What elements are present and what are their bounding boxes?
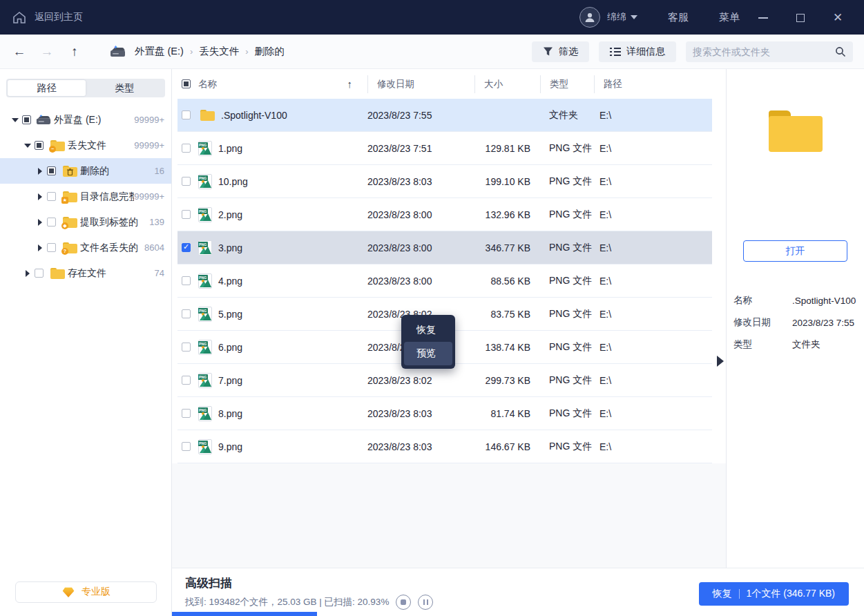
context-menu-preview[interactable]: 预览: [404, 342, 452, 365]
row-checkbox[interactable]: [182, 276, 191, 285]
expander-icon[interactable]: [35, 219, 46, 226]
row-checkbox[interactable]: [182, 409, 191, 418]
breadcrumb-item-drive[interactable]: 外置盘 (E:): [135, 45, 184, 58]
tree-item[interactable]: 存在文件 74: [0, 260, 171, 286]
header-name[interactable]: 名称: [198, 78, 217, 90]
details-button[interactable]: 详细信息: [599, 41, 676, 62]
file-date: 2023/8/23 8:03: [367, 408, 474, 419]
select-all-checkbox[interactable]: [182, 79, 191, 88]
upgrade-pro-button[interactable]: 专业版: [15, 581, 157, 603]
tree-item-label: 外置盘 (E:): [54, 114, 101, 126]
header-date[interactable]: 修改日期: [367, 75, 474, 93]
tree-checkbox[interactable]: [35, 141, 44, 150]
tree-checkbox[interactable]: [22, 115, 31, 124]
file-name: 2.png: [218, 209, 242, 220]
recover-button[interactable]: 恢复 1个文件 (346.77 KB): [699, 582, 849, 606]
bottombar: 专业版 高级扫描 找到: 193482个文件，25.03 GB | 已扫描: 2…: [0, 568, 864, 616]
header-size[interactable]: 大小: [474, 75, 540, 93]
back-arrow-icon[interactable]: ←: [11, 44, 28, 59]
header-path[interactable]: 路径: [594, 75, 712, 93]
stop-scan-button[interactable]: [396, 595, 411, 610]
sidebar: 路径类型 ✦ 外置盘 (E:) 99999+ − 丢失文件 99999+ 删除的…: [0, 69, 172, 568]
back-to-home[interactable]: 返回到主页: [12, 11, 83, 24]
maximize-button[interactable]: [787, 11, 814, 23]
sidebar-tab-path[interactable]: 路径: [8, 80, 86, 96]
search-input[interactable]: [693, 46, 835, 57]
expander-icon[interactable]: [35, 193, 46, 200]
tree-checkbox[interactable]: [47, 166, 56, 175]
file-row[interactable]: PNG 9.png 2023/8/23 8:03 146.67 KB PNG 文…: [177, 430, 712, 463]
file-row[interactable]: PNG 3.png 2023/8/23 8:00 346.77 KB PNG 文…: [177, 231, 712, 264]
tree-checkbox[interactable]: [47, 218, 56, 227]
tree-item[interactable]: ◆ 提取到标签的 139: [0, 209, 171, 235]
file-row[interactable]: PNG 8.png 2023/8/23 8:03 81.74 KB PNG 文件…: [177, 397, 712, 430]
row-checkbox[interactable]: [182, 343, 191, 352]
expander-icon[interactable]: [22, 270, 33, 277]
close-button[interactable]: ✕: [824, 10, 852, 25]
home-icon[interactable]: [12, 11, 26, 24]
file-row[interactable]: PNG 10.png 2023/8/23 8:03 199.10 KB PNG …: [177, 165, 712, 198]
preview-panel: 打开 名称 .Spotlight-V100 修改日期 2023/8/23 7:5…: [726, 69, 864, 568]
user-name[interactable]: 绵绵: [607, 11, 626, 23]
file-row[interactable]: .Spotlight-V100 2023/8/23 7:55 文件夹 E:\: [177, 99, 712, 132]
row-checkbox[interactable]: [182, 177, 191, 186]
menu-link[interactable]: 菜单: [719, 11, 740, 24]
row-checkbox[interactable]: [182, 144, 191, 153]
row-checkbox[interactable]: [182, 376, 191, 385]
file-row[interactable]: PNG 1.png 2023/8/23 7:51 129.81 KB PNG 文…: [177, 132, 712, 165]
expander-icon[interactable]: [10, 118, 21, 122]
file-type: PNG 文件: [540, 275, 594, 287]
filter-icon: [543, 46, 553, 57]
tree-item[interactable]: ★ 目录信息完整的 99999+: [0, 184, 171, 209]
table-header: 名称 ↑ 修改日期 大小 类型 路径: [177, 69, 712, 99]
row-checkbox[interactable]: [182, 243, 191, 252]
minimize-button[interactable]: [749, 11, 777, 23]
tree-item[interactable]: ✦ 外置盘 (E:) 99999+: [0, 107, 171, 133]
row-checkbox[interactable]: [182, 309, 191, 318]
file-size: 81.74 KB: [474, 408, 540, 419]
tree-item-count: 139: [149, 217, 164, 227]
file-path: E:\: [594, 209, 712, 220]
breadcrumb-item-deleted[interactable]: 删除的: [255, 45, 285, 58]
row-checkbox[interactable]: [182, 110, 191, 119]
breadcrumb-item-lost-files[interactable]: 丢失文件: [199, 45, 239, 58]
file-date: 2023/8/23 8:02: [367, 375, 474, 386]
context-menu-recover[interactable]: 恢复: [404, 318, 452, 342]
home-label[interactable]: 返回到主页: [35, 11, 83, 23]
file-row[interactable]: PNG 7.png 2023/8/23 8:02 299.73 KB PNG 文…: [177, 364, 712, 397]
forward-arrow-icon[interactable]: →: [39, 44, 55, 59]
collapse-panel-icon[interactable]: [717, 356, 724, 367]
file-path: E:\: [594, 342, 712, 353]
file-date: 2023/8/23 8:00: [367, 242, 474, 253]
tree-checkbox[interactable]: [47, 243, 56, 252]
filter-button[interactable]: 筛选: [532, 41, 589, 62]
file-row[interactable]: PNG 2.png 2023/8/23 8:00 132.96 KB PNG 文…: [177, 198, 712, 231]
open-button[interactable]: 打开: [743, 240, 847, 262]
search-box[interactable]: [686, 41, 853, 62]
scan-status: 找到: 193482个文件，25.03 GB | 已扫描: 20.93%: [185, 596, 389, 608]
row-checkbox[interactable]: [182, 442, 191, 451]
support-link[interactable]: 客服: [668, 11, 689, 24]
tree-checkbox[interactable]: [35, 269, 44, 278]
file-path: E:\: [594, 408, 712, 419]
user-avatar[interactable]: [579, 7, 600, 28]
pause-scan-button[interactable]: [418, 595, 433, 610]
sidebar-tab-group: 路径类型: [6, 79, 165, 97]
search-icon[interactable]: [835, 46, 846, 57]
expander-icon[interactable]: [35, 168, 46, 175]
file-type: PNG 文件: [540, 374, 594, 387]
tree-item[interactable]: − 丢失文件 99999+: [0, 133, 171, 158]
user-dropdown-icon[interactable]: [631, 15, 637, 19]
png-file-icon: PNG: [198, 273, 212, 289]
tree-item[interactable]: 删除的 16: [0, 158, 171, 184]
file-row[interactable]: PNG 4.png 2023/8/23 8:00 88.56 KB PNG 文件…: [177, 264, 712, 298]
expander-icon[interactable]: [35, 244, 46, 251]
sidebar-tab-type[interactable]: 类型: [86, 80, 164, 96]
tree-checkbox[interactable]: [47, 192, 56, 201]
tree-item[interactable]: ? 文件名丢失的 8604: [0, 235, 171, 260]
header-type[interactable]: 类型: [540, 75, 594, 93]
expander-icon[interactable]: [22, 144, 33, 148]
sort-ascending-icon[interactable]: ↑: [347, 78, 353, 90]
row-checkbox[interactable]: [182, 210, 191, 219]
up-arrow-icon[interactable]: ↑: [66, 44, 83, 59]
